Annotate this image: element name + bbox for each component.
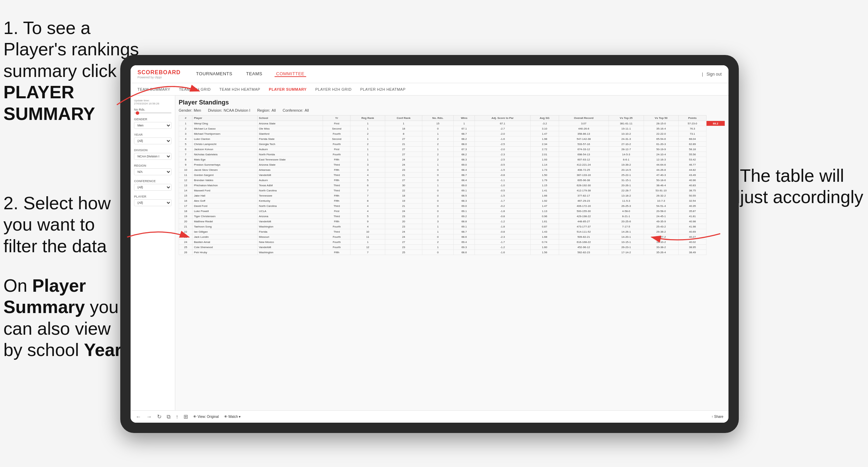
forward-btn[interactable]: → [146, 414, 152, 420]
cell-10-10: 387-133-16 [559, 173, 609, 178]
share-button[interactable]: ↑ Share [712, 415, 723, 419]
main-content: Update time: 27/03/2024 16:56:26 No Rds.… [131, 96, 728, 410]
share-btn-icon[interactable]: ↑ [176, 414, 178, 420]
sidebar-conference: Conference (All) [134, 179, 171, 191]
table-row: 8Mats EgeEast Tennessee StateFifth124268… [179, 157, 725, 162]
cell-9-9: 1.73 [530, 167, 559, 173]
cell-21-4: 10 [350, 229, 385, 234]
cell-12-13: 40.83 [679, 183, 706, 188]
gender-select[interactable]: Men [134, 122, 171, 129]
copy-btn[interactable]: ⧉ [167, 414, 170, 420]
filter-division: Division: NCAA Division I [208, 108, 250, 112]
table-row: 19Tiger ChristensenArizonaThird523269.2-… [179, 214, 725, 219]
cell-7-4: 1 [350, 157, 385, 162]
cell-5-5: 27 [385, 147, 422, 152]
nav-item-teams[interactable]: TEAMS [244, 71, 264, 77]
cell-8-0: 9 [179, 162, 192, 167]
cell-13-2: North Carolina [257, 188, 323, 193]
cell-20-11: 7-17-5 [609, 224, 644, 229]
cell-25-5: 25 [385, 250, 422, 255]
cell-24-10: 452-96-12 [559, 245, 609, 250]
conference-select[interactable]: (All) [134, 184, 171, 191]
cell-3-0: 4 [179, 136, 192, 142]
cell-23-5: 27 [385, 240, 422, 245]
cell-5-0: 6 [179, 147, 192, 152]
slider[interactable] [134, 112, 171, 113]
cell-16-0: 17 [179, 203, 192, 209]
sign-out-button[interactable]: Sign out [706, 72, 722, 77]
cell-21-8: -0.8 [475, 229, 531, 234]
sec-nav-player-h2h-heatmap[interactable]: PLAYER H2H HEATMAP [360, 87, 405, 91]
filter-division-value: NCAA Division I [224, 108, 251, 112]
cell-18-1: Tiger Christensen [192, 214, 257, 219]
cell-24-2: Vanderbilt [257, 245, 323, 250]
cell-17-11: 4-58-0 [609, 209, 644, 214]
cell-7-9: 1.93 [530, 157, 559, 162]
cell-21-5: 24 [385, 229, 422, 234]
filter-region-value: All [271, 108, 276, 112]
cell-3-4: 1 [350, 136, 385, 142]
cell-25-10: 562-82-23 [559, 250, 609, 255]
sec-nav-team-h2h-heatmap[interactable]: TEAM H2H HEATMAP [219, 87, 260, 91]
cell-15-10: 467-29-23 [559, 198, 609, 203]
watch-button[interactable]: 👁 Watch ▾ [224, 415, 241, 419]
col-reg-rank: Reg Rank [350, 115, 385, 121]
cell-22-12: 26-27-2 [644, 234, 679, 240]
cell-23-8: -1.7 [475, 240, 531, 245]
cell-2-10: 358-86-13 [559, 131, 609, 136]
nav-item-tournaments[interactable]: TOURNAMENTS [194, 71, 234, 77]
year-select[interactable]: (All) [134, 137, 171, 144]
cell-16-7: 69.0 [454, 203, 475, 209]
cell-12-5: 30 [385, 183, 422, 188]
cell-23-7: 69.4 [454, 240, 475, 245]
cell-23-1: Bastien Amat [192, 240, 257, 245]
cell-15-3: Fifth [323, 198, 350, 203]
col-no-rds: No. Rds. [422, 115, 454, 121]
table-row: 4Luke ClantonFlorida StateSecond127268.2… [179, 136, 725, 142]
cell-11-9: 1.79 [530, 178, 559, 183]
cell-16-10: 406-172-16 [559, 203, 609, 209]
refresh-btn[interactable]: ↻ [157, 413, 162, 420]
cell-18-11: 8-21-1 [609, 214, 644, 219]
cell-6-0: 7 [179, 152, 192, 157]
region-select[interactable]: N/A [134, 168, 171, 175]
table-row: 16Alex GoffKentuckyFifth819068.3-1.71.92… [179, 198, 725, 203]
sec-nav-player-summary[interactable]: PLAYER SUMMARY [269, 87, 307, 91]
instruction-step2: 2. Select howyou want tofilter the data [3, 192, 134, 257]
sidebar-year: Year (All) [134, 133, 171, 144]
cell-15-4: 8 [350, 198, 385, 203]
cell-23-4: 1 [350, 240, 385, 245]
cell-8-13: 46.77 [679, 162, 706, 167]
table-row: 21Taehoon SongWashingtonFourth423169.1-1… [179, 224, 725, 229]
cell-9-4: 3 [350, 167, 385, 173]
sidebar-no-rds: No Rds. [134, 108, 171, 113]
cell-21-10: 514-111-52 [559, 229, 609, 234]
view-original[interactable]: 👁 View: Original [193, 415, 219, 419]
sec-nav-team-h2h-grid[interactable]: TEAM H2H GRID [179, 87, 211, 91]
back-btn[interactable]: ← [136, 414, 141, 420]
cell-15-9: 1.92 [530, 198, 559, 203]
division-select[interactable]: NCAA Division I [134, 153, 171, 160]
cell-3-10: 547-142-38 [559, 136, 609, 142]
nav-item-committee[interactable]: COMMITTEE [275, 71, 307, 77]
cell-1-11: 19-11-1 [609, 126, 644, 131]
cell-15-11: 11-5-3 [609, 198, 644, 203]
cell-6-10: 698-54-13 [559, 152, 609, 157]
sidebar-gender: Gender Men [134, 118, 171, 129]
nav-right: | Sign out [702, 72, 722, 77]
cell-21-3: Third [323, 229, 350, 234]
filter-region: Region: All [257, 108, 276, 112]
sec-nav-player-h2h-grid[interactable]: PLAYER H2H GRID [315, 87, 352, 91]
cell-6-12: 24-10-4 [644, 152, 679, 157]
player-select[interactable]: (All) [134, 199, 171, 206]
sec-nav-team-summary[interactable]: TEAM SUMMARY [137, 87, 170, 91]
slider-thumb[interactable] [136, 111, 139, 115]
grid-btn[interactable]: ⊞ [183, 413, 188, 420]
tablet-device: SCOREBOARD Powered by clippi TOURNAMENTS… [120, 55, 739, 433]
cell-7-10: 607-63-12 [559, 157, 609, 162]
cell-22-3: Fourth [323, 234, 350, 240]
cell-19-11: 20-25-6 [609, 219, 644, 224]
cell-6-1: Nicholas Gabrieleis [192, 152, 257, 157]
cell-14-8: -1.5 [475, 193, 531, 198]
cell-10-13: 43.49 [679, 173, 706, 178]
